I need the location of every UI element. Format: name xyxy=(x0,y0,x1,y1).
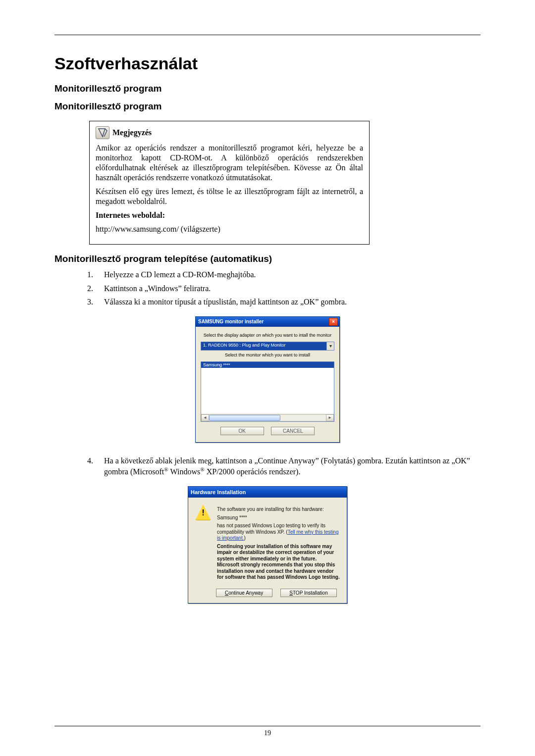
ok-button[interactable]: OK xyxy=(220,427,264,435)
note-icon xyxy=(96,126,109,139)
note-heading: Megjegyzés xyxy=(112,128,152,138)
hw-p2: Samsung **** xyxy=(217,515,340,521)
close-icon[interactable]: × xyxy=(329,318,338,326)
step-2: Kattintson a „Windows” feliratra. xyxy=(99,283,481,294)
monitor-list[interactable]: Samsung **** ◄ ► xyxy=(201,361,334,422)
section-heading-2: Monitorillesztő program xyxy=(54,101,481,112)
page-number: 19 xyxy=(0,729,535,737)
reg-mark-2: ® xyxy=(200,466,205,472)
installer-hint-1: Select the display adapter on which you … xyxy=(201,333,334,338)
adapter-select[interactable]: 1. RADEON 9550 : Plug and Play Monitor ▾ xyxy=(201,342,334,351)
note-url: http://www.samsung.com/ (világszerte) xyxy=(96,224,363,234)
page-title: Szoftverhasználat xyxy=(54,54,481,73)
hw-p4: Continuing your installation of this sof… xyxy=(217,544,340,581)
hw-title: Hardware Installation xyxy=(191,489,246,495)
hw-text: The software you are installing for this… xyxy=(217,504,340,583)
warning-icon: ! xyxy=(195,504,211,520)
step-1: Helyezze a CD lemezt a CD-ROM-meghajtóba… xyxy=(99,269,481,280)
note-label: Internetes weboldal: xyxy=(96,211,165,219)
hw-p3: has not passed Windows Logo testing to v… xyxy=(217,523,340,542)
continue-anyway-button[interactable]: Continue Anyway xyxy=(216,589,272,597)
hardware-installation-dialog: Hardware Installation ! The software you… xyxy=(188,486,347,604)
note-p2: Készítsen elő egy üres lemezt, és töltse… xyxy=(96,187,363,206)
scroll-thumb[interactable] xyxy=(209,415,280,421)
hw-titlebar[interactable]: Hardware Installation xyxy=(188,487,347,498)
horizontal-scrollbar[interactable]: ◄ ► xyxy=(201,414,334,421)
monitor-list-item[interactable]: Samsung **** xyxy=(201,362,334,368)
hw-p1: The software you are installing for this… xyxy=(217,506,340,513)
note-box: Megjegyzés Amikor az operációs rendszer … xyxy=(89,121,370,245)
installer-hint-2: Select the monitor which you want to ins… xyxy=(201,353,334,357)
bottom-rule xyxy=(54,726,481,726)
adapter-select-value: 1. RADEON 9550 : Plug and Play Monitor xyxy=(201,342,326,350)
installer-dialog: SAMSUNG monitor installer × Select the d… xyxy=(195,316,340,443)
stop-installation-button[interactable]: STOP Installation xyxy=(280,589,337,597)
installer-title: SAMSUNG monitor installer xyxy=(198,319,264,324)
top-rule xyxy=(54,35,481,35)
note-p1: Amikor az operációs rendszer a monitoril… xyxy=(96,143,363,183)
steps-list: Helyezze a CD lemezt a CD-ROM-meghajtóba… xyxy=(86,269,481,307)
step-3: Válassza ki a monitor típusát a típuslis… xyxy=(99,297,481,307)
section-heading-3: Monitorillesztő program telepítése (auto… xyxy=(54,253,481,264)
scroll-left-icon[interactable]: ◄ xyxy=(201,414,209,421)
cancel-button[interactable]: CANCEL xyxy=(271,427,315,435)
step-4: Ha a következő ablak jelenik meg, kattin… xyxy=(99,455,481,478)
section-heading-1: Monitorillesztő program xyxy=(54,83,481,94)
installer-titlebar[interactable]: SAMSUNG monitor installer × xyxy=(196,317,339,327)
scroll-right-icon[interactable]: ► xyxy=(326,414,334,421)
steps-list-cont: Ha a következő ablak jelenik meg, kattin… xyxy=(86,455,481,478)
reg-mark-1: ® xyxy=(164,466,168,472)
chevron-down-icon[interactable]: ▾ xyxy=(326,342,334,350)
